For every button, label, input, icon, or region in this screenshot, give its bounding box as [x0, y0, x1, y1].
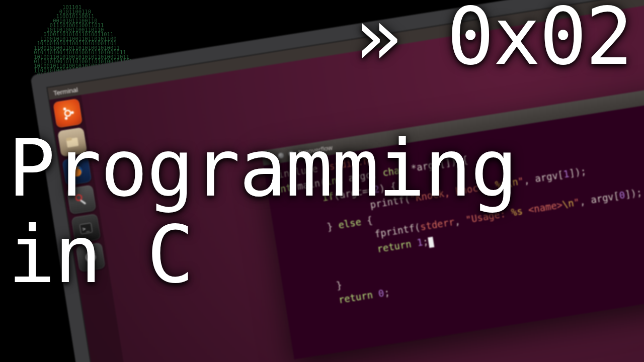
code-token: ]);	[568, 165, 587, 179]
code-token: ]);	[624, 187, 642, 200]
episode-number: » 0x02	[354, 0, 632, 82]
code-token: , argv[	[579, 190, 620, 207]
code-token: , argv[	[523, 169, 565, 186]
svg-point-2	[63, 107, 66, 110]
topbar-app-name: Terminal	[53, 85, 78, 97]
main-title: Programming in C	[8, 126, 517, 298]
svg-point-3	[64, 117, 67, 120]
svg-point-1	[71, 111, 74, 114]
code-token: <name>	[522, 199, 564, 216]
svg-point-0	[64, 110, 71, 117]
